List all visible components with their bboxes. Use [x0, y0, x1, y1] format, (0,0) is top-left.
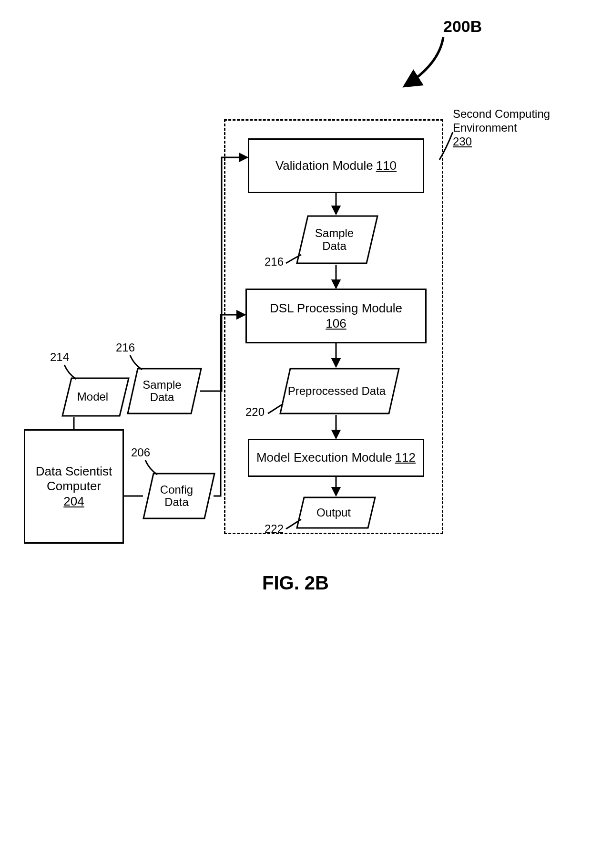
arrows — [0, 0, 591, 668]
figure-caption-text: FIG. 2B — [262, 572, 329, 593]
figure-caption: FIG. 2B — [0, 572, 591, 594]
